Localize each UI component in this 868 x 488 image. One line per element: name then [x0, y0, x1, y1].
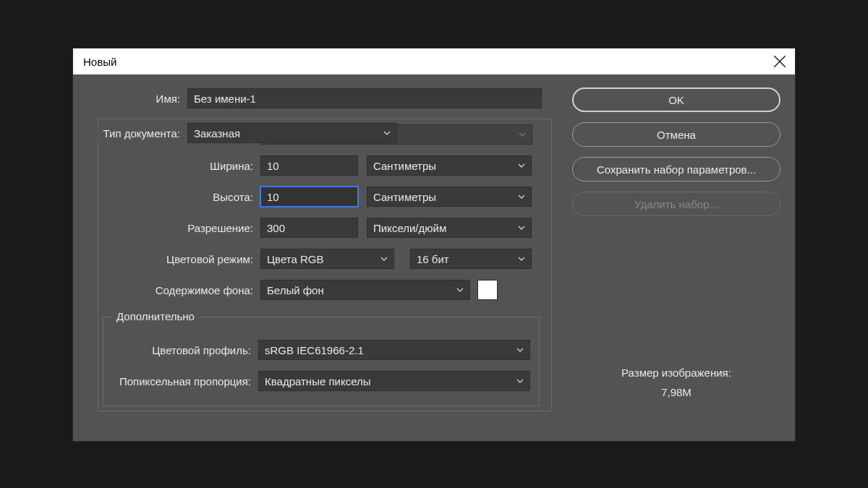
bgcontents-label: Содержимое фона:: [98, 284, 260, 296]
cancel-button[interactable]: Отмена: [572, 122, 780, 147]
close-icon[interactable]: [772, 53, 788, 69]
chevron-down-icon: [383, 129, 391, 137]
resolution-unit-select[interactable]: Пиксели/дюйм: [367, 218, 532, 238]
width-label: Ширина:: [98, 160, 260, 172]
pixelaspect-label: Попиксельная пропорция:: [103, 375, 258, 388]
delete-preset-button: Удалить набор...: [572, 192, 780, 216]
new-document-dialog: Новый Имя: Тип документа: Заказная: [72, 48, 796, 442]
chevron-down-icon: [518, 255, 525, 262]
image-size-label: Размер изображения:: [572, 363, 780, 382]
image-size-value: 7,98M: [572, 382, 780, 402]
resolution-label: Разрешение:: [98, 222, 260, 234]
colormode-label: Цветовой режим:: [98, 253, 260, 265]
name-input[interactable]: [187, 88, 542, 108]
bgcontents-select[interactable]: Белый фон: [260, 280, 470, 300]
bitdepth-select[interactable]: 16 бит: [410, 249, 532, 269]
bgcontents-value: Белый фон: [267, 284, 324, 296]
height-unit-value: Сантиметры: [373, 191, 436, 203]
document-fieldset: Тип документа: Заказная .fieldset.doc{pa…: [98, 119, 552, 411]
bg-color-swatch[interactable]: [477, 280, 498, 300]
chevron-down-icon: [380, 255, 388, 262]
height-label: Высота:: [98, 191, 260, 203]
pixelaspect-select[interactable]: Квадратные пикселы: [258, 371, 530, 391]
dialog-title: Новый: [83, 56, 116, 68]
ok-button[interactable]: OK: [572, 87, 780, 112]
resolution-input[interactable]: [260, 218, 358, 238]
form-area: Имя: Тип документа: Заказная: [80, 87, 555, 428]
bitdepth-value: 16 бит: [417, 253, 449, 265]
width-input[interactable]: [260, 155, 358, 176]
image-size-info: Размер изображения: 7,98M: [572, 363, 780, 402]
doctype-row: Тип документа: Заказная: [98, 123, 397, 143]
chevron-down-icon: [518, 224, 525, 231]
advanced-fieldset: Дополнительно Цветовой профиль: sRGB IEC…: [103, 317, 540, 406]
chevron-down-icon: [516, 377, 524, 385]
titlebar: Новый: [73, 48, 795, 74]
colormode-value: Цвета RGB: [267, 253, 323, 265]
colormode-select[interactable]: Цвета RGB: [260, 249, 394, 269]
resolution-unit-value: Пиксели/дюйм: [373, 222, 446, 234]
doctype-label: Тип документа:: [98, 127, 187, 140]
width-unit-select[interactable]: Сантиметры: [367, 155, 532, 176]
pixelaspect-value: Квадратные пикселы: [265, 375, 371, 388]
advanced-legend: Дополнительно: [112, 310, 199, 322]
chevron-down-icon: [519, 131, 526, 138]
name-label: Имя:: [80, 93, 187, 105]
save-preset-button[interactable]: Сохранить набор параметров...: [572, 157, 780, 181]
doctype-select[interactable]: Заказная: [187, 123, 397, 143]
chevron-down-icon: [516, 346, 524, 354]
height-unit-select[interactable]: Сантиметры: [367, 187, 532, 207]
chevron-down-icon: [518, 193, 525, 200]
doctype-value: Заказная: [194, 127, 240, 140]
width-unit-value: Сантиметры: [373, 160, 436, 172]
button-panel: OK Отмена Сохранить набор параметров... …: [572, 87, 780, 428]
chevron-down-icon: [456, 286, 464, 294]
colorprofile-value: sRGB IEC61966-2.1: [265, 344, 364, 356]
colorprofile-select[interactable]: sRGB IEC61966-2.1: [258, 340, 530, 360]
colorprofile-label: Цветовой профиль:: [103, 344, 258, 356]
height-input[interactable]: [260, 187, 358, 207]
chevron-down-icon: [518, 162, 525, 169]
